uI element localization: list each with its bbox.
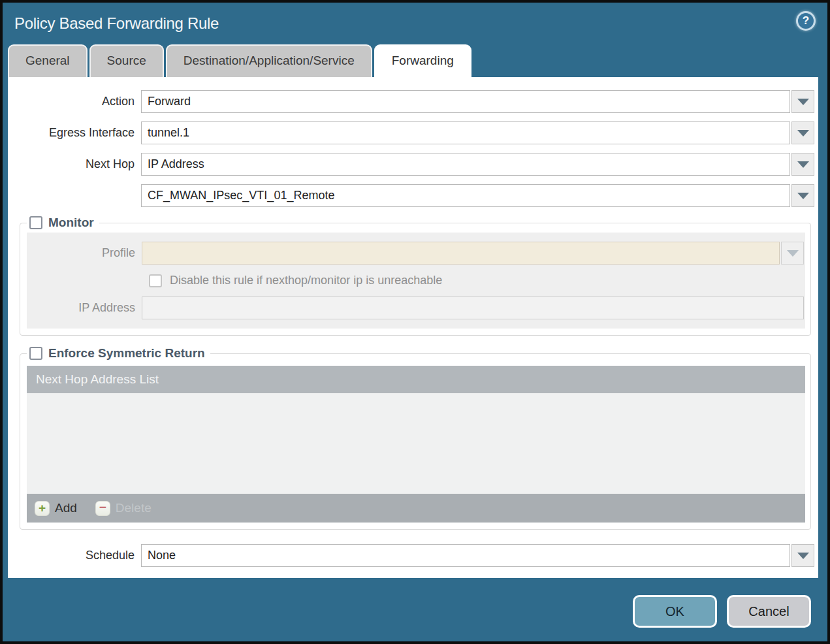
tab-forwarding[interactable]: Forwarding: [374, 44, 471, 77]
plus-icon: +: [35, 501, 50, 516]
profile-label: Profile: [27, 246, 142, 260]
action-label: Action: [8, 95, 141, 108]
next-hop-type-input[interactable]: IP Address: [141, 153, 790, 176]
dialog-title: Policy Based Forwarding Rule: [14, 14, 219, 33]
tab-general[interactable]: General: [8, 44, 88, 77]
disable-rule-row: Disable this rule if nexthop/monitor ip …: [27, 274, 805, 287]
monitor-panel: Profile Disable this rule if nexthop/mon…: [27, 233, 805, 329]
table-body-empty: [27, 393, 805, 494]
disable-rule-label: Disable this rule if nexthop/monitor ip …: [170, 274, 442, 287]
symmetric-return-legend-label: Enforce Symmetric Return: [48, 346, 205, 361]
next-hop-address-row: CF_MWAN_IPsec_VTI_01_Remote: [8, 184, 814, 207]
chevron-down-icon: [797, 193, 809, 199]
action-combo: Forward: [141, 90, 814, 113]
next-hop-dropdown-button[interactable]: [791, 153, 814, 176]
monitor-legend: Monitor: [27, 216, 99, 230]
profile-combo: [142, 242, 804, 265]
minus-icon: −: [95, 501, 110, 516]
help-icon[interactable]: ?: [796, 11, 816, 31]
egress-interface-input[interactable]: tunnel.1: [141, 121, 790, 144]
schedule-dropdown-button[interactable]: [791, 544, 814, 567]
tab-content-forwarding: Action Forward Egress Interface tunnel.1…: [8, 77, 818, 578]
dialog-footer: OK Cancel: [3, 578, 827, 641]
disable-rule-checkbox[interactable]: [149, 274, 162, 287]
symmetric-return-checkbox[interactable]: [29, 347, 42, 360]
action-input[interactable]: Forward: [141, 90, 790, 113]
chevron-down-icon: [797, 161, 809, 168]
monitor-ip-address-label: IP Address: [27, 301, 142, 315]
chevron-down-icon: [787, 250, 799, 257]
delete-button[interactable]: − Delete: [95, 501, 152, 516]
delete-button-label: Delete: [116, 501, 152, 515]
profile-row: Profile: [27, 242, 805, 265]
action-row: Action Forward: [8, 90, 814, 113]
monitor-ip-address-input[interactable]: [142, 297, 804, 319]
ok-button[interactable]: OK: [633, 595, 717, 628]
chevron-down-icon: [797, 99, 809, 105]
symmetric-return-legend: Enforce Symmetric Return: [27, 346, 210, 361]
chevron-down-icon: [797, 553, 809, 559]
monitor-ip-address-row: IP Address: [27, 297, 805, 319]
monitor-section: Monitor Profile Disable this rule if nex…: [20, 216, 811, 336]
egress-interface-combo: tunnel.1: [141, 121, 814, 144]
add-button-label: Add: [55, 501, 77, 515]
cancel-button[interactable]: Cancel: [727, 595, 811, 628]
chevron-down-icon: [797, 130, 809, 137]
table-footer: + Add − Delete: [27, 494, 805, 523]
schedule-row: Schedule None: [8, 544, 814, 567]
tab-destination-application-service[interactable]: Destination/Application/Service: [166, 44, 372, 77]
pbf-rule-dialog: Policy Based Forwarding Rule ? General S…: [0, 0, 830, 644]
next-hop-label: Next Hop: [8, 157, 141, 171]
profile-dropdown-button[interactable]: [781, 242, 804, 265]
next-hop-address-input[interactable]: CF_MWAN_IPsec_VTI_01_Remote: [141, 184, 790, 207]
help-glyph: ?: [803, 14, 809, 27]
next-hop-combo: IP Address: [141, 153, 814, 176]
next-hop-row: Next Hop IP Address: [8, 153, 814, 176]
tab-bar: General Source Destination/Application/S…: [3, 44, 827, 77]
action-dropdown-button[interactable]: [791, 90, 814, 113]
tab-source[interactable]: Source: [89, 44, 164, 77]
table-header: Next Hop Address List: [27, 366, 805, 393]
symmetric-return-section: Enforce Symmetric Return Next Hop Addres…: [20, 346, 811, 530]
egress-interface-label: Egress Interface: [8, 126, 141, 140]
next-hop-address-list-table: Next Hop Address List + Add − Delete: [27, 366, 805, 523]
egress-interface-row: Egress Interface tunnel.1: [8, 121, 814, 144]
next-hop-address-combo: CF_MWAN_IPsec_VTI_01_Remote: [141, 184, 814, 207]
monitor-legend-label: Monitor: [48, 216, 94, 230]
next-hop-address-dropdown-button[interactable]: [791, 184, 814, 207]
add-button[interactable]: + Add: [35, 501, 77, 516]
table-header-label: Next Hop Address List: [36, 372, 159, 387]
schedule-combo: None: [141, 544, 814, 567]
schedule-label: Schedule: [8, 549, 141, 562]
schedule-input[interactable]: None: [141, 544, 790, 567]
egress-interface-dropdown-button[interactable]: [791, 121, 814, 144]
dialog-titlebar: Policy Based Forwarding Rule ?: [3, 3, 827, 44]
profile-input[interactable]: [142, 242, 780, 265]
monitor-checkbox[interactable]: [29, 216, 42, 229]
